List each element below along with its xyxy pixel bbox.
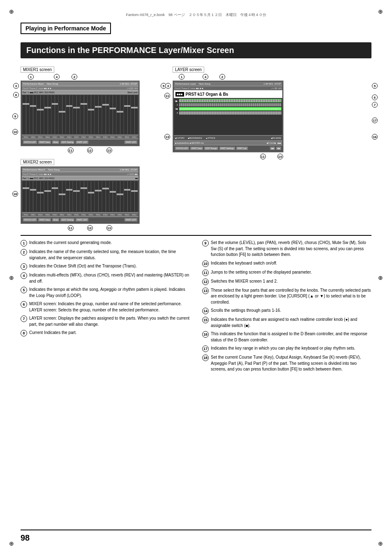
callout-num-11: 11 bbox=[202, 269, 209, 276]
annotation-11: 11 Jumps to the setting screen of the di… bbox=[202, 269, 371, 276]
callout-num-17: 17 bbox=[202, 345, 209, 352]
annotation-3: 3 Indicates the Octave Shift (Oct) and t… bbox=[21, 263, 190, 270]
callout-num-9: 9 bbox=[202, 240, 209, 246]
mixer2-section: MIXER2 screen 18 Performance Mixer2 New … bbox=[21, 159, 160, 231]
callout-num-15: 15 bbox=[202, 317, 209, 323]
callout-3-mixer1: 3 bbox=[13, 83, 19, 89]
divider bbox=[21, 235, 371, 236]
callout-13-mixer1: 13 bbox=[106, 147, 112, 153]
reg-mark-tr: ⊕ bbox=[376, 7, 385, 16]
callout-10-mixer1: 10 bbox=[12, 129, 18, 135]
annotation-8: 8 Current Indicates the part. bbox=[21, 330, 190, 336]
callout-num-8: 8 bbox=[21, 330, 27, 336]
reg-mark-mr: ⊕ bbox=[376, 274, 385, 282]
callout-num-2: 2 bbox=[21, 249, 27, 256]
callout-num-18: 18 bbox=[202, 355, 209, 361]
annotation-10: 10 Indicates the keyboard switch on/off. bbox=[202, 260, 371, 267]
layer-section: LAYER screen 1 4 2 3 5 11 13 6 7 17 16 bbox=[173, 67, 371, 159]
reg-mark-bl: ⊕ bbox=[7, 539, 16, 548]
callout-num-3: 3 bbox=[21, 263, 27, 270]
callout-11-mixer1: 11 bbox=[68, 147, 74, 153]
callout-num-4: 4 bbox=[21, 272, 27, 279]
callout-num-13: 13 bbox=[202, 288, 209, 294]
callout-11-layer: 11 bbox=[164, 93, 170, 99]
annotations-grid: 1 Indicates the current sound generating… bbox=[21, 240, 371, 375]
page-number: 98 bbox=[21, 533, 30, 543]
mixer1-label: MIXER1 screen bbox=[21, 67, 54, 73]
annotations-left: 1 Indicates the current sound generating… bbox=[21, 240, 190, 375]
callout-11-mixer2: 11 bbox=[68, 225, 74, 231]
callout-num-14: 14 bbox=[202, 308, 209, 314]
callout-12-mixer2: 12 bbox=[87, 225, 93, 231]
callout-13-mixer2: 13 bbox=[106, 225, 112, 231]
annotation-15: 15 Indicates the functions that are assi… bbox=[202, 317, 371, 329]
section-title: Playing in Performance Mode bbox=[21, 23, 111, 34]
annotation-9: 9 Set the volume (LEVEL), pan (PAN), rev… bbox=[202, 240, 371, 258]
callout-num-1: 1 bbox=[21, 240, 27, 246]
callout-16-layer: 16 bbox=[372, 134, 378, 140]
callout-6-layer: 6 bbox=[372, 94, 378, 100]
mixer1-screen: Performance Mixer New Song 1 M=001 STOP … bbox=[21, 81, 140, 146]
annotation-7: 7 LAYER screen: Displays the patches ass… bbox=[21, 315, 190, 327]
page: ⊕ ⊕ ⊕ ⊕ ⊕ ⊕ Fantom-X678_r_e.book 98 ページ … bbox=[0, 0, 392, 555]
annotations-right: 9 Set the volume (LEVEL), pan (PAN), rev… bbox=[202, 240, 371, 375]
reg-mark-br: ⊕ bbox=[376, 539, 385, 548]
left-column: MIXER1 screen 1 4 2 3 bbox=[21, 67, 160, 231]
annotation-14: 14 Scrolls the settings through parts 1-… bbox=[202, 308, 371, 314]
callout-1-mixer1: 1 bbox=[28, 74, 34, 80]
annotation-13: 13 These select the four parts that are … bbox=[202, 288, 371, 306]
annotation-4: 4 Indicates multi-effects (MFX), chorus … bbox=[21, 272, 190, 284]
annotation-12: 12 Switches the MIXER screen 1 and 2. bbox=[202, 279, 371, 285]
callout-1-layer: 1 bbox=[179, 74, 184, 80]
callout-12-mixer1: 12 bbox=[87, 147, 93, 153]
callout-13-layer: 13 bbox=[164, 134, 170, 140]
annotation-2: 2 Indicates the name of the currently se… bbox=[21, 249, 190, 261]
annotation-16: 16 This indicates the function that is a… bbox=[202, 331, 371, 343]
callout-14-layer: 14 bbox=[277, 154, 283, 159]
callout-11-layer-bottom: 11 bbox=[260, 154, 266, 159]
callout-18-mixer2: 18 bbox=[12, 191, 18, 197]
callout-3-layer: 3 bbox=[165, 83, 171, 89]
callout-7-layer: 7 bbox=[372, 102, 378, 108]
bottom-rule bbox=[21, 530, 371, 530]
annotation-6: 6 MIXER screen: Indicates the group, num… bbox=[21, 301, 190, 313]
callout-num-10: 10 bbox=[202, 260, 209, 267]
header-info: Fantom-X678_r_e.book 98 ページ ２０５年５月１２日 木曜… bbox=[21, 12, 371, 18]
callout-num-12: 12 bbox=[202, 279, 209, 285]
callout-2-mixer1: 2 bbox=[71, 74, 77, 80]
reg-mark-tl: ⊕ bbox=[7, 7, 16, 16]
callout-17-layer: 17 bbox=[372, 117, 378, 123]
layer-label: LAYER screen bbox=[173, 67, 204, 73]
right-column: LAYER screen 1 4 2 3 5 11 13 6 7 17 16 bbox=[173, 67, 371, 231]
mixer2-screen: Performance Mixer2 New Song 1 M=001 STOP… bbox=[21, 166, 140, 224]
callout-num-6: 6 bbox=[21, 301, 27, 308]
callout-4-layer: 4 bbox=[203, 74, 208, 80]
callout-num-16: 16 bbox=[202, 331, 209, 338]
callout-5-layer: 5 bbox=[372, 83, 378, 89]
callout-2-layer: 2 bbox=[219, 74, 225, 80]
annotation-5: 5 Indicates the tempo at which the song,… bbox=[21, 287, 190, 299]
callout-num-7: 7 bbox=[21, 315, 27, 322]
mixer1-section: MIXER1 screen 1 4 2 3 bbox=[21, 67, 160, 153]
annotation-17: 17 Indicates the key range in which you … bbox=[202, 345, 371, 352]
annotation-1: 1 Indicates the current sound generating… bbox=[21, 240, 190, 246]
callout-8-mixer1: 8 bbox=[13, 92, 19, 98]
layer-screen: Performance Layer New Song 1 M=001 STOP … bbox=[173, 81, 284, 152]
functions-heading: Functions in the PERFORMANCE Layer/Mixer… bbox=[21, 42, 371, 58]
mixer2-label: MIXER2 screen bbox=[21, 159, 54, 165]
callout-4-mixer1: 4 bbox=[54, 74, 60, 80]
annotation-18: 18 Set the current Course Tune (Key), Ou… bbox=[202, 355, 371, 373]
reg-mark-ml: ⊕ bbox=[7, 274, 16, 282]
callout-num-5: 5 bbox=[21, 287, 27, 293]
main-content: MIXER1 screen 1 4 2 3 bbox=[21, 67, 371, 231]
callout-9-mixer1: 9 bbox=[12, 113, 18, 119]
